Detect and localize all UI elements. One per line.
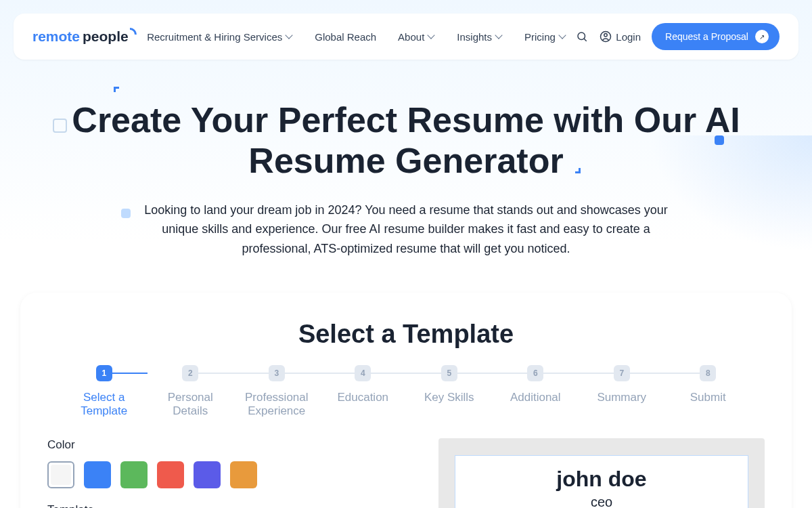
main-nav: Recruitment & Hiring Services Global Rea… [147, 31, 566, 43]
search-icon [576, 30, 588, 43]
login-label: Login [616, 31, 641, 43]
step-number: 4 [355, 365, 371, 381]
nav-global-reach[interactable]: Global Reach [315, 31, 376, 43]
step-label: Key Skills [424, 391, 474, 404]
step-1[interactable]: 1 Select a Template [61, 365, 148, 418]
nav-about-label: About [398, 31, 424, 43]
svg-line-1 [584, 39, 587, 41]
step-number: 6 [527, 365, 543, 381]
swatch-inner [51, 465, 71, 485]
chevron-down-icon [286, 35, 293, 39]
search-button[interactable] [575, 30, 589, 43]
options-column: Color Template john doe [47, 438, 411, 508]
step-line [622, 373, 708, 374]
card-title: Select a Template [47, 320, 765, 349]
step-label: Professional Experience [236, 391, 317, 418]
preview-box: john doe ceo asd [438, 438, 765, 508]
color-swatch-orange[interactable] [230, 461, 257, 488]
header-right: Login Request a Proposal ↗ [575, 23, 780, 50]
step-label: Submit [690, 391, 726, 404]
color-swatches [47, 461, 411, 488]
preview-inner: john doe ceo asd [455, 455, 748, 508]
hero-section: Create Your Perfect Resume with Our AI R… [0, 73, 812, 279]
template-label: Template [47, 503, 411, 508]
chevron-down-icon [560, 35, 566, 39]
nav-pricing-label: Pricing [524, 31, 556, 43]
svg-point-0 [578, 33, 585, 40]
step-line [277, 373, 363, 374]
color-swatch-purple[interactable] [194, 461, 221, 488]
nav-pricing[interactable]: Pricing [524, 31, 566, 43]
content-row: Color Template john doe [47, 438, 765, 508]
chevron-down-icon [428, 35, 435, 39]
hero-subtitle: Looking to land your dream job in 2024? … [135, 200, 677, 259]
step-number: 5 [441, 365, 457, 381]
stepper: 1 Select a Template 2 Personal Details 3… [47, 365, 765, 418]
request-proposal-button[interactable]: Request a Proposal ↗ [652, 23, 780, 50]
svg-point-3 [604, 34, 608, 37]
logo-people: people [83, 28, 129, 45]
login-link[interactable]: Login [600, 30, 641, 43]
logo[interactable]: remotepeople [32, 28, 138, 45]
step-number: 7 [614, 365, 630, 381]
nav-insights-label: Insights [457, 31, 492, 43]
arrow-icon: ↗ [755, 30, 769, 43]
nav-recruitment-label: Recruitment & Hiring Services [147, 31, 282, 43]
nav-global-reach-label: Global Reach [315, 31, 376, 43]
step-line [363, 373, 449, 374]
color-swatch-blue[interactable] [84, 461, 111, 488]
step-2[interactable]: 2 Personal Details [148, 365, 234, 418]
user-icon [600, 30, 612, 43]
preview-title: ceo [466, 494, 737, 508]
step-label: Additional [510, 391, 561, 404]
preview-name: john doe [466, 467, 737, 492]
step-number: 2 [182, 365, 198, 381]
chevron-down-icon [496, 35, 503, 39]
nav-recruitment[interactable]: Recruitment & Hiring Services [147, 31, 293, 43]
step-number: 3 [269, 365, 285, 381]
logo-arc-icon [130, 28, 137, 35]
color-swatch-green[interactable] [120, 461, 148, 488]
nav-about[interactable]: About [398, 31, 435, 43]
template-card: Select a Template 1 Select a Template 2 … [20, 293, 792, 508]
step-number: 8 [700, 365, 716, 381]
preview-column: john doe ceo asd [438, 438, 765, 508]
step-line [535, 373, 622, 374]
color-swatch-white[interactable] [47, 461, 74, 488]
color-swatch-red[interactable] [157, 461, 184, 488]
step-label: Education [337, 391, 388, 404]
step-line [190, 373, 277, 374]
main-header: remotepeople Recruitment & Hiring Servic… [14, 14, 798, 60]
step-label: Personal Details [150, 391, 231, 418]
nav-insights[interactable]: Insights [457, 31, 503, 43]
step-label: Select a Template [64, 391, 145, 418]
step-line [449, 373, 536, 374]
cta-label: Request a Proposal [665, 31, 748, 42]
step-number: 1 [96, 365, 112, 381]
hero-title: Create Your Perfect Resume with Our AI R… [68, 100, 744, 182]
step-label: Summary [597, 391, 646, 404]
logo-remote: remote [32, 28, 80, 45]
color-label: Color [47, 438, 411, 452]
